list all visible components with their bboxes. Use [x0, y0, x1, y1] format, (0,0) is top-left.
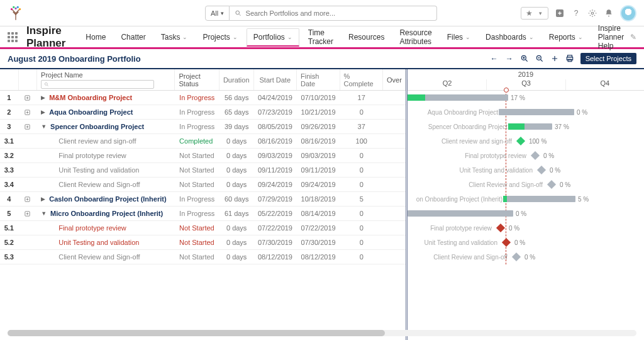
gantt-row: Unit Testing and validation0 % — [408, 163, 644, 178]
select-projects-button[interactable]: Select Projects — [580, 53, 636, 64]
row-finish: 08/14/2019 — [297, 210, 340, 217]
row-name[interactable]: Unit Testing and validation — [37, 239, 175, 246]
gantt-label: Client Review and Sign-off — [469, 181, 543, 188]
gantt-bar[interactable] — [508, 123, 552, 130]
row-finish: 09/11/2019 — [297, 166, 340, 174]
expand-row-button[interactable] — [19, 109, 38, 116]
row-duration: 61 days — [220, 210, 254, 217]
col-project-name[interactable]: Project Name — [37, 69, 175, 90]
nav-tab-files[interactable]: Files⌄ — [441, 29, 477, 45]
app-launcher-icon[interactable] — [8, 32, 18, 42]
search-input[interactable] — [246, 9, 432, 17]
table-row[interactable]: 4▶Caslon Onboarding Project (Inherit)In … — [0, 192, 406, 207]
table-row[interactable]: 3.3Unit Testing and validationNot Starte… — [0, 163, 406, 178]
nav-tab-tasks[interactable]: Tasks⌄ — [155, 29, 194, 45]
notifications-icon[interactable] — [604, 8, 614, 18]
milestone-diamond-icon[interactable] — [516, 137, 525, 145]
gantt-bar[interactable] — [503, 196, 575, 202]
table-row[interactable]: 3▼Spencer Onboarding ProjectIn Progress3… — [0, 120, 406, 134]
milestone-diamond-icon[interactable] — [502, 238, 511, 247]
settings-icon[interactable] — [587, 8, 597, 18]
row-duration: 0 days — [220, 166, 254, 174]
search-scope-dropdown[interactable]: All ▾ — [205, 6, 230, 21]
gantt-bar[interactable] — [499, 109, 574, 115]
name-filter-input[interactable] — [41, 80, 154, 89]
col-pct-complete[interactable]: % Complete — [340, 69, 384, 90]
horizontal-scrollbar[interactable] — [8, 330, 636, 336]
row-name[interactable]: Client review and sign-off — [37, 137, 175, 145]
table-row[interactable]: 5.3Client Review and Sign-offNot Started… — [0, 250, 406, 264]
nav-tab-resources[interactable]: Resources — [342, 29, 391, 45]
fullscreen-button[interactable] — [550, 54, 559, 63]
edit-nav-icon[interactable]: ✎ — [630, 33, 636, 42]
row-status: Not Started — [175, 152, 220, 159]
row-name[interactable]: Final prototype review — [37, 224, 175, 232]
row-name[interactable]: Unit Testing and validation — [37, 166, 175, 174]
row-name[interactable]: Client Review and Sign-off — [37, 181, 175, 188]
expand-row-button[interactable] — [19, 123, 38, 130]
toggle-icon[interactable]: ▶ — [41, 109, 45, 115]
app-title: Inspire Planner — [26, 25, 65, 50]
row-name[interactable]: Client Review and Sign-off — [37, 253, 175, 261]
table-row[interactable]: 3.1Client review and sign-offCompleted0 … — [0, 134, 406, 149]
milestone-diamond-icon[interactable] — [512, 252, 521, 261]
scrollbar-thumb[interactable] — [8, 330, 385, 336]
nav-forward-button[interactable]: → — [505, 54, 514, 63]
user-avatar[interactable] — [620, 5, 636, 21]
col-duration[interactable]: Duration — [219, 69, 254, 90]
favorites-button[interactable]: ★ ▾ — [521, 7, 548, 20]
row-name[interactable]: ▶Aqua Onboarding Project — [37, 108, 175, 116]
row-status: Not Started — [175, 253, 220, 261]
table-row[interactable]: 3.2Final prototype reviewNot Started0 da… — [0, 149, 406, 163]
svg-point-4 — [14, 7, 16, 9]
nav-tab-home[interactable]: Home — [79, 29, 112, 45]
col-finish-date[interactable]: Finish Date — [297, 69, 340, 90]
gantt-pct: 5 % — [578, 196, 589, 203]
table-row[interactable]: 3.4Client Review and Sign-offNot Started… — [0, 178, 406, 192]
global-search[interactable] — [230, 6, 437, 21]
milestone-diamond-icon[interactable] — [496, 224, 505, 232]
row-name[interactable]: ▶Caslon Onboarding Project (Inherit) — [37, 195, 175, 203]
table-row[interactable]: 5▼Micro Onboarding Project (Inherit)In P… — [0, 207, 406, 221]
nav-back-button[interactable]: ← — [490, 54, 499, 63]
nav-tab-portfolios[interactable]: Portfolios⌄ — [247, 28, 299, 47]
expand-row-button[interactable] — [19, 94, 38, 101]
milestone-diamond-icon[interactable] — [537, 166, 546, 174]
milestone-diamond-icon[interactable] — [531, 151, 540, 160]
gantt-pct: 0 % — [560, 181, 570, 188]
nav-tab-resource-attributes[interactable]: Resource Attributes — [393, 25, 438, 50]
col-status[interactable]: Project Status — [175, 69, 219, 90]
toggle-icon[interactable]: ▼ — [41, 123, 47, 130]
table-row[interactable]: 1▶M&M Onboarding ProjectIn Progress56 da… — [0, 91, 406, 105]
toggle-icon[interactable]: ▼ — [41, 210, 47, 217]
add-icon[interactable] — [555, 8, 565, 18]
gantt-row: on Onboarding Project (Inherit)5 % — [408, 192, 644, 207]
print-button[interactable] — [565, 54, 574, 63]
col-start-date[interactable]: Start Date — [254, 69, 297, 90]
expand-row-button[interactable] — [19, 210, 38, 217]
gantt-bar[interactable] — [408, 94, 508, 101]
row-name[interactable]: Final prototype review — [37, 152, 175, 159]
zoom-in-button[interactable] — [520, 54, 529, 63]
gantt-bar[interactable] — [408, 210, 513, 217]
toggle-icon[interactable]: ▶ — [41, 94, 45, 101]
col-overallocation[interactable]: Over — [383, 69, 406, 90]
table-row[interactable]: 2▶Aqua Onboarding ProjectIn Progress65 d… — [0, 105, 406, 120]
nav-tab-dashboards[interactable]: Dashboards⌄ — [479, 29, 540, 45]
nav-tab-time-tracker[interactable]: Time Tracker — [302, 25, 340, 50]
table-row[interactable]: 5.1Final prototype reviewNot Started0 da… — [0, 221, 406, 235]
row-pct: 0 — [340, 166, 384, 174]
help-icon[interactable]: ? — [571, 8, 581, 18]
table-row[interactable]: 5.2Unit Testing and validationNot Starte… — [0, 235, 406, 250]
row-name[interactable]: ▼Micro Onboarding Project (Inherit) — [37, 210, 175, 217]
zoom-out-button[interactable] — [535, 54, 544, 63]
nav-tab-chatter[interactable]: Chatter — [114, 29, 152, 45]
row-name[interactable]: ▶M&M Onboarding Project — [37, 94, 175, 101]
toggle-icon[interactable]: ▶ — [41, 196, 45, 202]
nav-tab-reports[interactable]: Reports⌄ — [543, 29, 589, 45]
milestone-diamond-icon[interactable] — [547, 180, 556, 189]
expand-row-button[interactable] — [19, 196, 38, 203]
nav-tab-inspire-planner-help[interactable]: Inspire Planner Help — [592, 20, 630, 54]
row-name[interactable]: ▼Spencer Onboarding Project — [37, 123, 175, 130]
nav-tab-projects[interactable]: Projects⌄ — [196, 29, 243, 45]
